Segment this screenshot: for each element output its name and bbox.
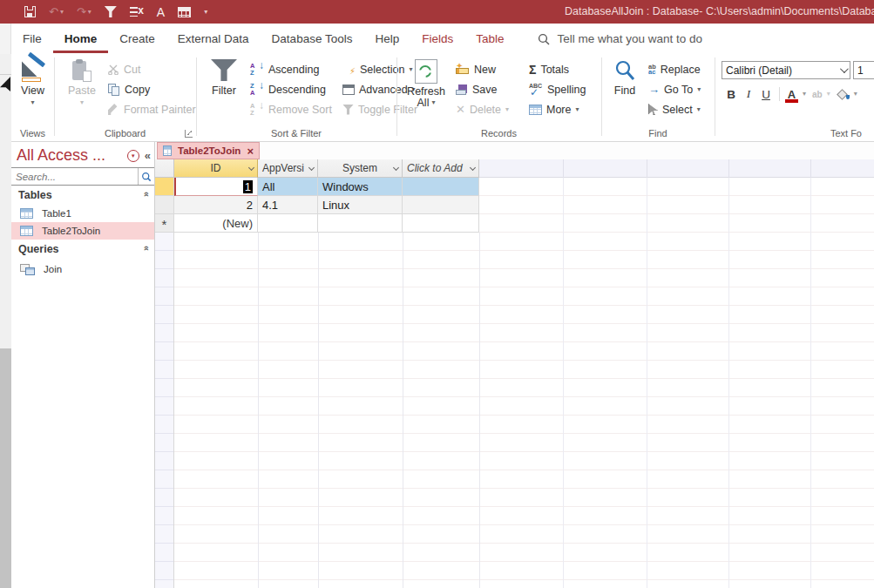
font-size-combobox[interactable]: 1 xyxy=(853,61,874,79)
collapse-group-icon[interactable]: » xyxy=(140,193,151,197)
cell-appversion-new[interactable] xyxy=(258,214,318,233)
refresh-all-button[interactable]: Refresh All▾ xyxy=(403,54,449,109)
chevron-down-icon[interactable]: ▾ xyxy=(827,91,830,98)
refresh-icon xyxy=(415,59,437,84)
cell-click-to-add[interactable] xyxy=(403,178,479,196)
ascending-button[interactable]: AZ↓ Ascending xyxy=(250,59,332,79)
cell-system-new[interactable] xyxy=(318,214,403,233)
mouse-cursor-icon xyxy=(0,77,10,91)
cell-system[interactable]: Linux xyxy=(318,196,403,214)
qat-customize-button[interactable]: ▾ xyxy=(204,8,207,16)
remove-sort-button[interactable]: AZ↓ Remove Sort xyxy=(250,99,332,119)
document-tab-table2tojoin[interactable]: Table2ToJoin × xyxy=(157,142,260,159)
select-all-corner[interactable] xyxy=(155,159,174,178)
tab-create[interactable]: Create xyxy=(108,24,166,53)
save-button[interactable] xyxy=(24,6,36,17)
spelling-icon: ABC✓ xyxy=(529,84,543,96)
tell-me-search[interactable]: Tell me what you want to do xyxy=(538,32,702,45)
filter-button-large[interactable]: Filter xyxy=(205,54,243,97)
nav-item-join[interactable]: Join xyxy=(11,260,154,278)
search-input[interactable] xyxy=(11,172,138,182)
replace-button[interactable]: abac Replace xyxy=(648,59,701,79)
remove-filter-button[interactable]: x xyxy=(130,6,144,17)
column-header-appversion[interactable]: AppVersi xyxy=(258,159,318,178)
tab-fields[interactable]: Fields xyxy=(410,24,464,53)
tab-file[interactable]: File xyxy=(11,24,53,53)
nav-group-tables[interactable]: Tables » xyxy=(11,186,154,205)
more-table-icon xyxy=(529,105,542,115)
redo-button[interactable]: ↷▾ xyxy=(77,5,91,18)
nav-item-table2tojoin[interactable]: Table2ToJoin xyxy=(11,222,154,240)
font-color-button[interactable]: A xyxy=(785,88,798,101)
font-tool-button[interactable]: A xyxy=(157,5,165,19)
tab-home[interactable]: Home xyxy=(53,24,109,53)
tab-help[interactable]: Help xyxy=(363,24,410,53)
nav-pane-menu-button[interactable]: ▼ xyxy=(127,150,139,162)
chevron-down-icon[interactable] xyxy=(393,165,399,171)
italic-button[interactable]: I xyxy=(741,87,756,101)
totals-label: Totals xyxy=(540,64,569,76)
cell-click-to-add-new[interactable] xyxy=(403,214,479,233)
toggle-filter-icon xyxy=(342,105,354,115)
chevron-down-icon[interactable] xyxy=(308,165,315,171)
chevron-down-icon[interactable]: ▾ xyxy=(803,91,806,98)
totals-button[interactable]: Σ Totals xyxy=(529,59,586,79)
undo-button[interactable]: ↶▾ xyxy=(49,5,64,18)
datasheet-button[interactable] xyxy=(178,7,191,17)
more-button[interactable]: More ▾ xyxy=(529,99,586,119)
delete-record-button[interactable]: ✕ Delete ▾ xyxy=(456,99,509,119)
highlight-button[interactable]: ab xyxy=(812,90,823,99)
cell-click-to-add[interactable] xyxy=(403,196,479,214)
descending-button[interactable]: ZA↓ Descending xyxy=(250,79,332,99)
cell-id[interactable]: 1 xyxy=(174,178,258,196)
spelling-button[interactable]: ABC✓ Spelling xyxy=(529,79,586,99)
chevron-down-icon[interactable]: ▾ xyxy=(854,91,857,98)
row-selector[interactable] xyxy=(155,178,174,196)
close-icon[interactable]: × xyxy=(247,145,254,158)
cell-id[interactable]: 2 xyxy=(174,196,258,214)
column-header-id[interactable]: ID xyxy=(174,159,258,178)
bold-button[interactable]: B xyxy=(723,88,739,101)
shutter-bar-close-button[interactable]: « xyxy=(145,149,151,162)
cell-appversion[interactable]: All xyxy=(258,178,318,196)
copy-icon xyxy=(108,84,120,96)
collapse-group-icon[interactable]: » xyxy=(140,247,151,251)
new-record-button[interactable]: ✦ New xyxy=(456,59,509,79)
copy-button[interactable]: Copy xyxy=(108,79,196,99)
go-to-button[interactable]: → Go To ▾ xyxy=(648,79,701,99)
new-record-selector[interactable]: * xyxy=(155,214,174,233)
cell-id-new[interactable]: (New) xyxy=(174,214,258,233)
select-label: Select xyxy=(662,104,693,116)
nav-item-table1[interactable]: Table1 xyxy=(11,205,154,222)
cell-appversion[interactable]: 4.1 xyxy=(258,196,318,214)
font-name-value: Calibri (Detail) xyxy=(726,64,840,77)
chevron-down-icon[interactable] xyxy=(248,165,254,171)
tab-external-data[interactable]: External Data xyxy=(166,24,261,53)
font-name-combobox[interactable]: Calibri (Detail) xyxy=(722,61,850,79)
paste-button[interactable]: Paste ▾ xyxy=(63,54,101,106)
find-button[interactable]: Find xyxy=(606,54,643,97)
clipboard-dialog-launcher[interactable] xyxy=(185,130,193,138)
empty-grid-right xyxy=(479,178,874,588)
chevron-down-icon[interactable] xyxy=(470,165,476,171)
underline-button[interactable]: U xyxy=(758,88,774,101)
tab-table[interactable]: Table xyxy=(464,24,515,53)
column-header-click-to-add[interactable]: Click to Add xyxy=(403,159,479,178)
cut-button[interactable]: Cut xyxy=(108,59,196,79)
format-painter-button[interactable]: Format Painter xyxy=(108,99,196,119)
row-selector[interactable] xyxy=(155,196,174,214)
fill-color-button[interactable] xyxy=(837,89,850,99)
filter-button[interactable] xyxy=(105,6,117,17)
search-icon[interactable] xyxy=(139,170,154,184)
cell-system[interactable]: Windows xyxy=(318,178,403,196)
filter-icon xyxy=(105,6,117,17)
column-header-system[interactable]: System xyxy=(318,159,403,178)
select-button[interactable]: Select ▾ xyxy=(648,99,701,119)
nav-group-queries[interactable]: Queries » xyxy=(11,240,154,259)
tab-database-tools[interactable]: Database Tools xyxy=(261,24,364,53)
cell-value: Linux xyxy=(322,199,349,212)
empty-grid-below xyxy=(174,233,479,588)
tables-group-label: Tables xyxy=(18,189,52,201)
save-record-button[interactable]: Save xyxy=(456,79,509,99)
view-button[interactable]: View ▾ xyxy=(14,54,52,106)
